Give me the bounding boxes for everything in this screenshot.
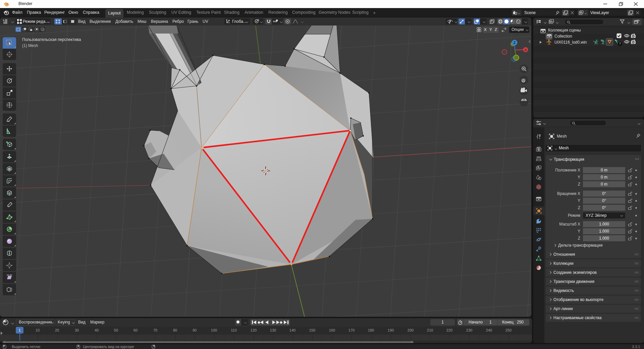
- svg-text:Z: Z: [514, 41, 516, 45]
- svg-text:X: X: [525, 48, 527, 52]
